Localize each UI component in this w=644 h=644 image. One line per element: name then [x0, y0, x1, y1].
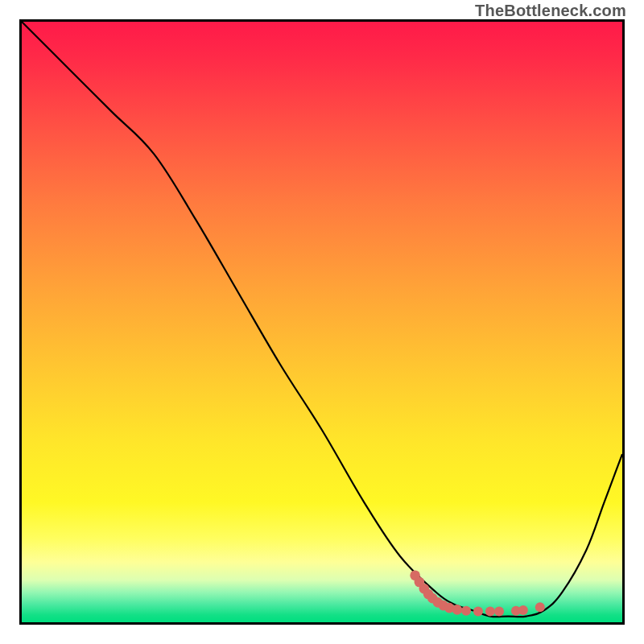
- highlight-dot: [473, 607, 483, 617]
- curve-line: [22, 22, 622, 617]
- plot-area: [19, 19, 625, 625]
- highlight-dots: [410, 571, 544, 617]
- highlight-dot: [535, 602, 545, 612]
- highlight-dot: [494, 607, 504, 617]
- highlight-dot: [461, 606, 471, 616]
- chart-overlay: [22, 22, 622, 622]
- chart-container: TheBottleneck.com: [0, 0, 644, 644]
- attribution-text: TheBottleneck.com: [475, 2, 626, 20]
- highlight-dot: [452, 605, 463, 615]
- highlight-dot: [518, 605, 528, 615]
- highlight-dot: [485, 607, 495, 617]
